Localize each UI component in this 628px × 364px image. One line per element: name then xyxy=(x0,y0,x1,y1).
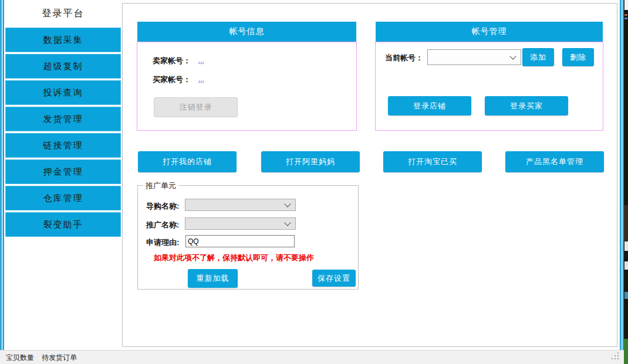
login-buyer-button[interactable]: 登录买家 xyxy=(485,96,568,115)
guide-name-select[interactable] xyxy=(185,199,296,211)
buyer-account-link[interactable]: ... xyxy=(198,75,204,83)
app-window: 登录平台 数据采集 超级复制 投诉查询 发货管理 链接管理 押金管理 仓库管理 … xyxy=(0,0,628,364)
status-item-item-count: 宝贝数量 xyxy=(6,353,34,362)
buyer-account-label: 买家帐号： xyxy=(153,74,191,85)
account-info-header: 帐号信息 xyxy=(137,22,356,42)
status-item-pending-orders: 待发货订单 xyxy=(42,353,77,362)
account-info-panel: 卖家帐号： ... 买家帐号： ... 注销登录 xyxy=(137,42,357,131)
account-manage-panel: 当前帐号： 添加 删除 登录店铺 登录买家 xyxy=(375,42,603,131)
status-text: 宝贝数量 待发货订单 xyxy=(6,353,83,363)
sidebar: 登录平台 数据采集 超级复制 投诉查询 发货管理 链接管理 押金管理 仓库管理 … xyxy=(4,0,122,350)
promo-name-label: 推广名称: xyxy=(146,220,179,230)
delete-account-button[interactable]: 删除 xyxy=(562,48,594,66)
chevron-down-icon xyxy=(284,219,291,226)
logout-button[interactable]: 注销登录 xyxy=(154,97,238,117)
window-border-left xyxy=(0,0,4,364)
sidebar-item-deposit-management[interactable]: 押金管理 xyxy=(5,159,121,184)
promotion-warning-text: 如果对此项不了解，保持默认即可，请不要操作 xyxy=(154,253,314,263)
background-speck xyxy=(624,205,628,241)
sidebar-item-super-copy[interactable]: 超级复制 xyxy=(5,54,121,79)
sidebar-item-shipping-management[interactable]: 发货管理 xyxy=(5,107,121,131)
sidebar-item-link-management[interactable]: 链接管理 xyxy=(5,133,121,158)
chevron-down-icon xyxy=(284,200,291,207)
sidebar-item-fission-assistant[interactable]: 裂变助手 xyxy=(5,212,121,237)
window-border-right xyxy=(620,0,624,364)
sidebar-item-warehouse-management[interactable]: 仓库管理 xyxy=(5,186,121,210)
account-manage-header: 帐号管理 xyxy=(376,22,603,42)
current-account-select[interactable] xyxy=(427,49,521,65)
product-blacklist-button[interactable]: 产品黑名单管理 xyxy=(505,151,604,172)
resize-grip[interactable] xyxy=(612,352,620,360)
seller-account-link[interactable]: ... xyxy=(198,56,204,64)
background-scrollbar-fragment xyxy=(624,0,628,10)
seller-account-label: 卖家帐号： xyxy=(153,56,191,66)
guide-name-label: 导购名称: xyxy=(146,201,179,212)
background-window-sliver xyxy=(624,0,628,364)
promotion-unit-group: 推广单元 导购名称: 推广名称: 申请理由: 如果对此项不了解，保持默认即可，请… xyxy=(137,185,359,290)
sidebar-title: 登录平台 xyxy=(4,8,122,20)
reload-button[interactable]: 重新加载 xyxy=(188,269,238,288)
sidebar-item-data-collection[interactable]: 数据采集 xyxy=(5,28,121,52)
add-account-button[interactable]: 添加 xyxy=(522,48,554,66)
background-speck xyxy=(624,18,627,19)
save-settings-button[interactable]: 保存设置 xyxy=(312,270,356,287)
background-icon-fragment xyxy=(624,292,628,299)
reason-label: 申请理由: xyxy=(146,237,179,248)
background-icon-fragment xyxy=(624,261,628,270)
sidebar-item-complaint-query[interactable]: 投诉查询 xyxy=(5,80,121,105)
promotion-group-title: 推广单元 xyxy=(143,181,178,191)
current-account-label: 当前帐号： xyxy=(385,53,423,63)
background-speck xyxy=(624,14,627,16)
login-shop-button[interactable]: 登录店铺 xyxy=(388,96,471,115)
open-my-shop-button[interactable]: 打开我的店铺 xyxy=(138,151,237,172)
open-alimama-button[interactable]: 打开阿里妈妈 xyxy=(261,151,360,172)
chevron-down-icon xyxy=(509,53,516,59)
promo-name-select[interactable] xyxy=(185,217,296,230)
reason-input[interactable] xyxy=(185,235,295,247)
open-taobao-bought-button[interactable]: 打开淘宝已买 xyxy=(383,151,482,172)
status-bar: 宝贝数量 待发货订单 xyxy=(0,350,624,364)
background-icon-fragment xyxy=(624,241,628,251)
main-panel: 帐号信息 卖家帐号： ... 买家帐号： ... 注销登录 帐号管理 当前帐号：… xyxy=(122,3,617,347)
background-grass xyxy=(624,339,628,364)
